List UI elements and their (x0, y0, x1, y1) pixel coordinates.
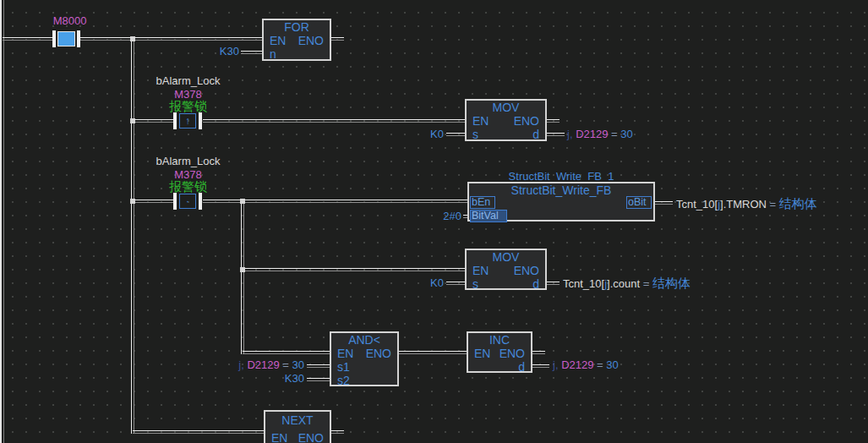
wire-junction (240, 199, 245, 204)
contact-bracket (199, 112, 202, 129)
pin-en: EN (472, 114, 489, 128)
contact-bracket (173, 112, 177, 129)
wire (532, 364, 549, 368)
edge-contact-icon: · (179, 194, 196, 209)
branch-wire-vertical (241, 200, 244, 354)
contact-bracket (77, 30, 80, 47)
pin-en: EN (270, 34, 286, 47)
pin-s1: s1 (337, 360, 350, 374)
wire (547, 282, 560, 285)
monitor-value: 结构体 (652, 276, 691, 290)
wire (3, 37, 52, 41)
wire (307, 364, 330, 368)
contact-comment: 报警锁 (135, 180, 241, 193)
pin-en: EN (337, 347, 353, 360)
pin-eno: ENO (298, 34, 324, 47)
pin-en: EN (474, 347, 490, 360)
contact-bracket (173, 193, 177, 210)
device-name: D2129 (247, 358, 279, 371)
index-prefix: j, (567, 128, 573, 140)
block-title: AND< (331, 333, 397, 347)
fb-pin-ben[interactable]: bEn (470, 196, 495, 209)
monitor-value: 30 (292, 358, 304, 371)
pin-eno: ENO (514, 114, 539, 128)
equals-sign: = (282, 358, 289, 371)
pin-d: d (532, 277, 539, 291)
wire (307, 378, 330, 381)
power-rail (0, 0, 4, 443)
mov1-s-operand[interactable]: K0 (376, 128, 444, 140)
wire (547, 119, 560, 123)
mov2-s-operand[interactable]: K0 (376, 276, 444, 289)
rising-edge-icon: ↑ (179, 113, 196, 129)
mov-block-2[interactable]: MOV EN ENO s d (465, 249, 547, 290)
fb-instance-name[interactable]: StructBit_Write_FB_1 (467, 170, 655, 183)
block-title: MOV (467, 250, 545, 264)
pin-eno: ENO (366, 347, 391, 360)
mov1-d-operand[interactable]: j, D2129 = 30 (567, 128, 633, 140)
contact-label: bAlarm_Lock (135, 155, 241, 167)
contact-comment: 报警锁 (135, 100, 241, 112)
contact-bracket (52, 30, 56, 47)
wire (133, 200, 173, 203)
index-prefix: j, (238, 358, 244, 371)
and-s1-operand[interactable]: j, D2129 = 30 (203, 358, 304, 371)
wire-junction (130, 118, 135, 123)
equals-sign: = (611, 128, 618, 140)
pin-eno: ENO (298, 431, 324, 443)
wire (331, 430, 344, 434)
pin-s: s (472, 277, 478, 291)
next-block[interactable]: NEXT EN ENO (264, 410, 331, 443)
pin-s: s (472, 128, 478, 141)
wire-junction (240, 267, 245, 272)
wire (446, 133, 465, 136)
wire (241, 51, 262, 54)
pin-eno: ENO (500, 347, 525, 360)
contact-label: bAlarm_Lock (135, 74, 241, 87)
label-member: ].TMRON (720, 198, 767, 211)
fb-pin-obit[interactable]: oBit (626, 196, 652, 209)
inc-d-operand[interactable]: j, D2129 = 30 (553, 358, 619, 371)
wire (243, 351, 330, 354)
wire-junction (130, 36, 135, 41)
mov-block-1[interactable]: MOV EN ENO s d (465, 99, 547, 141)
pin-eno: ENO (514, 264, 539, 277)
wire (655, 201, 673, 205)
pin-d: d (518, 360, 525, 374)
contact-bracket (199, 193, 202, 210)
device-name: D2129 (576, 128, 608, 140)
wire (547, 133, 565, 136)
pin-s2: s2 (337, 374, 350, 387)
monitor-value: 结构体 (779, 196, 817, 211)
wire (80, 37, 262, 41)
wire (446, 282, 465, 285)
mov2-d-operand[interactable]: Tcnt_10[j].count = 结构体 (563, 276, 691, 290)
pin-en: EN (271, 431, 287, 443)
wire (133, 430, 264, 434)
fb-bitval-operand[interactable]: 2#0 (396, 210, 461, 222)
wire (399, 351, 467, 354)
and-s2-operand[interactable]: K30 (237, 372, 304, 385)
for-n-operand[interactable]: K30 (172, 45, 239, 57)
wire (243, 268, 465, 271)
wire (532, 351, 545, 354)
contact-device-label: M8000 (34, 14, 106, 27)
inc-block[interactable]: INC EN ENO d (467, 331, 532, 373)
fb-obit-operand[interactable]: Tcnt_10[j].TMRON = 结构体 (676, 197, 817, 211)
fb-pin-bitval[interactable]: BitVal (470, 210, 507, 222)
block-title: INC (468, 333, 531, 347)
monitor-value: 30 (606, 358, 618, 371)
wire-junction (130, 199, 135, 204)
block-title: MOV (467, 101, 545, 114)
monitor-value: 30 (620, 128, 632, 140)
label-name: Tcnt_10[ (563, 277, 604, 290)
block-title: StructBit_Write_FB (469, 183, 653, 197)
equals-sign: = (643, 277, 650, 290)
wire (203, 119, 465, 123)
for-block[interactable]: FOR EN ENO n (262, 19, 331, 61)
pin-d: d (532, 128, 539, 141)
ladder-editor-canvas[interactable]: M8000 FOR EN ENO n K30 bAlarm_Lock M378 … (0, 0, 868, 443)
device-name: D2129 (561, 358, 593, 371)
label-member: ].count (607, 277, 640, 290)
and-lt-block[interactable]: AND< EN ENO s1 s2 (330, 331, 399, 386)
